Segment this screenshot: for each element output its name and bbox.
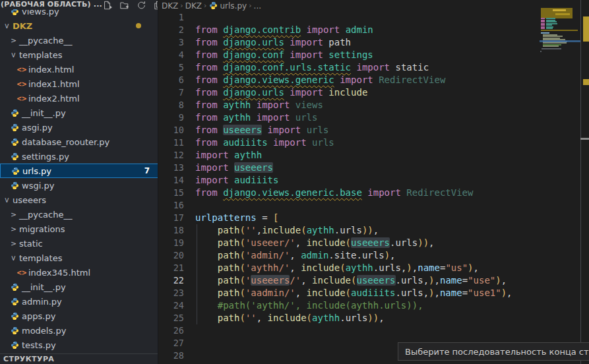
code-line-24[interactable]: 24 #path('aythh/', include(aythh.urls)), [159, 299, 589, 312]
code-line-3[interactable]: 3from django.urls import path [159, 36, 589, 49]
code-line-5[interactable]: 5from django.conf.urls.static import sta… [159, 61, 589, 74]
code-line-21[interactable]: 21 path('aythh/', include(aythh.urls,),n… [159, 262, 589, 274]
tree-item-label: admin.py [22, 297, 62, 307]
html-file-icon: <> [16, 80, 27, 88]
tree-item-database-roouter-py[interactable]: database_roouter.py [0, 135, 158, 149]
minimap[interactable] [540, 0, 580, 364]
tree-item-wsgi-py[interactable]: wsgi.py [0, 178, 158, 193]
code-line-18[interactable]: 18 path('',include(aythh.urls)), [159, 224, 589, 237]
code-line-25[interactable]: 25 path('', include(aythh.urls)), [159, 312, 589, 324]
code-line-16[interactable]: 16 [159, 199, 589, 212]
code-line-19[interactable]: 19 path('useeer/', include(useeers.urls)… [159, 237, 589, 249]
chevron-down-icon: > [3, 196, 11, 204]
line-content: path('useeer/', include(useeers.urls)), [184, 237, 435, 249]
tree-item-index-html[interactable]: <>index.html [0, 62, 158, 76]
outline-title: СТРУКТУРА [0, 355, 54, 363]
editor-pane[interactable]: DKZ›DKZ›urls.py›... 12from django.contri… [159, 0, 589, 364]
outline-section-header[interactable]: СТРУКТУРА [0, 353, 158, 364]
code-line-20[interactable]: 20 path('admin/', admin.site.urls), [159, 249, 589, 262]
python-file-icon [10, 167, 21, 175]
tree-item-index345-html[interactable]: <>index345.html [0, 265, 158, 280]
tree-item-apps-py[interactable]: apps.py [0, 309, 158, 323]
new-file-icon[interactable] [102, 0, 113, 9]
code-line-17[interactable]: 17urlpatterns = [ [159, 212, 589, 224]
line-number: 22 [159, 274, 184, 287]
line-number: 28 [159, 349, 184, 362]
file-tree: views.py>DKZ>__pycache__>templates<>inde… [0, 0, 158, 353]
code-line-6[interactable]: 6from django.views.generic import Redire… [159, 74, 589, 86]
tree-item-index1-html[interactable]: <>index1.html [0, 76, 158, 91]
code-line-14[interactable]: 14import audiiits [159, 174, 589, 187]
code-line-13[interactable]: 13import useeers [159, 162, 589, 174]
line-number: 19 [159, 237, 184, 249]
explorer-toolbar [102, 0, 158, 9]
code-line-1[interactable]: 1 [159, 11, 589, 24]
tree-item-templates[interactable]: >templates [0, 47, 158, 62]
collapse-all-icon[interactable] [154, 0, 158, 9]
tree-item--init-py[interactable]: __init__.py [0, 106, 158, 120]
tree-item--pycache-[interactable]: >__pycache__ [0, 33, 158, 47]
breadcrumb-item[interactable]: urls.py [209, 1, 247, 11]
code-line-2[interactable]: 2from django.contrib import admin [159, 24, 589, 36]
code-line-26[interactable]: 26 [159, 324, 589, 337]
tree-item-label: __pycache__ [19, 210, 72, 220]
overview-ruler[interactable] [580, 0, 589, 364]
tree-item-label: __init__.py [22, 108, 66, 118]
code-line-9[interactable]: 9from aythh import urls [159, 111, 589, 124]
tree-item-index2-html[interactable]: <>index2.html [0, 91, 158, 106]
tree-item-useeers[interactable]: >useeers [0, 193, 158, 207]
tree-item-label: index2.html [28, 94, 80, 104]
code-line-12[interactable]: 12import aythh [159, 149, 589, 162]
python-file-icon [9, 181, 20, 190]
python-file-icon [9, 312, 20, 320]
tree-item-asgi-py[interactable]: asgi.py [0, 120, 158, 135]
line-content: import aythh [184, 149, 262, 162]
breadcrumb-item[interactable]: DKZ [162, 1, 178, 11]
explorer-section-header: (РАБОЧАЯ ОБЛАСТЬ) ... [0, 0, 158, 9]
code-line-23[interactable]: 23 path('aadmin/', include(audiiits.urls… [159, 287, 589, 299]
python-icon [11, 283, 19, 291]
html-file-icon: <> [16, 269, 27, 276]
new-folder-icon[interactable] [119, 0, 130, 9]
minimap-selection-band [540, 40, 580, 43]
tree-item-urls-py[interactable]: urls.py7 [0, 164, 158, 178]
line-number: 10 [159, 124, 184, 136]
tree-item-label: models.py [22, 326, 66, 336]
python-icon [209, 1, 218, 10]
line-content: path('admin/', admin.site.urls), [184, 249, 396, 262]
tree-item-tests-py[interactable]: tests.py [0, 338, 158, 352]
code-line-7[interactable]: 7from django.urls import include [159, 86, 589, 99]
tree-item-label: apps.py [22, 311, 55, 321]
tree-item-label: migrations [19, 224, 65, 234]
tree-item-label: asgi.py [22, 123, 53, 133]
code-area[interactable]: 12from django.contrib import admin3from … [159, 11, 589, 362]
python-icon [11, 123, 19, 132]
breadcrumb-separator: › [249, 1, 251, 10]
code-line-15[interactable]: 15from django.views.generic.base import … [159, 187, 589, 199]
tree-item-migrations[interactable]: >migrations [0, 222, 158, 236]
tree-item-static[interactable]: >static [0, 236, 158, 251]
refresh-icon[interactable] [137, 0, 147, 9]
tree-item-dkz[interactable]: >DKZ [0, 18, 158, 33]
tree-item-settings-py[interactable]: settings.py [0, 149, 158, 164]
code-line-10[interactable]: 10from useeers import urls [159, 124, 589, 136]
line-content: path('aythh/', include(aythh.urls,),name… [184, 262, 479, 274]
line-number: 13 [159, 162, 184, 174]
breadcrumb-item[interactable]: ... [254, 1, 261, 11]
git-changes-badge: 7 [144, 166, 150, 175]
modified-dot-icon [136, 23, 141, 28]
breadcrumb-item[interactable]: DKZ [185, 1, 202, 11]
tree-item-label: urls.py [22, 166, 51, 176]
line-number: 3 [159, 36, 184, 49]
ruler-mark [583, 16, 589, 42]
line-number: 15 [159, 187, 184, 199]
tree-item--init-py[interactable]: __init__.py [0, 280, 158, 294]
code-line-11[interactable]: 11from audiiits import urls [159, 136, 589, 149]
tree-item-admin-py[interactable]: admin.py [0, 294, 158, 309]
code-line-22[interactable]: 22 path('useeers/', include(useeers.urls… [159, 274, 589, 287]
code-line-4[interactable]: 4from django.conf import settings [159, 49, 589, 61]
tree-item-models-py[interactable]: models.py [0, 323, 158, 338]
tree-item-templates[interactable]: >templates [0, 251, 158, 265]
tree-item--pycache-[interactable]: >__pycache__ [0, 207, 158, 222]
code-line-8[interactable]: 8from aythh import views [159, 99, 589, 111]
